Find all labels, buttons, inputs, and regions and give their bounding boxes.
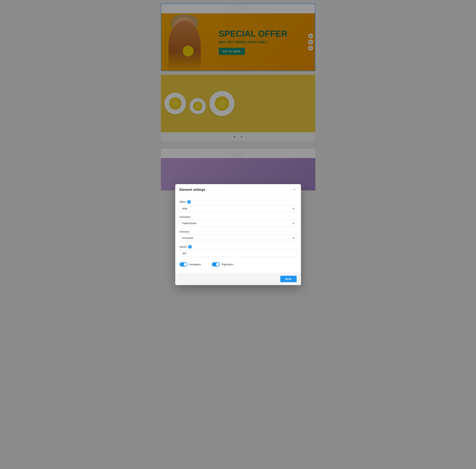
animation-select-wrapper: FadeInDown FadeInUp FadeInLeft FadeInRig… <box>180 220 297 227</box>
toggles-row: Navigation Pagination <box>180 260 297 268</box>
element-settings-modal: Element settings × Effect ? slide fade c… <box>175 184 301 285</box>
done-button[interactable]: Done <box>280 276 297 282</box>
navigation-toggle[interactable] <box>180 262 187 267</box>
speed-help-icon[interactable]: ? <box>188 245 192 249</box>
effect-help-icon[interactable]: ? <box>187 200 191 204</box>
modal-close-button[interactable]: × <box>292 188 297 192</box>
navigation-label: Navigation <box>189 263 201 266</box>
modal-header: Element settings × <box>175 184 301 196</box>
modal-overlay[interactable]: Element settings × Effect ? slide fade c… <box>0 0 476 469</box>
effect-select-wrapper: slide fade cube flip <box>180 205 297 212</box>
effect-group: Effect ? slide fade cube flip <box>180 200 297 212</box>
effect-select[interactable]: slide fade cube flip <box>180 205 297 212</box>
modal-footer: Done <box>175 273 301 285</box>
modal-title: Element settings <box>180 188 205 192</box>
animation-label-row: Animation <box>180 216 297 218</box>
speed-label: Speed <box>180 245 187 248</box>
modal-body: Effect ? slide fade cube flip Animation <box>175 196 301 273</box>
direction-select[interactable]: horizontal vertical <box>180 234 297 241</box>
speed-label-row: Speed ? <box>180 245 297 249</box>
direction-select-wrapper: horizontal vertical <box>180 234 297 241</box>
navigation-toggle-item: Navigation <box>180 262 201 267</box>
pagination-toggle-item: Pagination <box>212 262 233 267</box>
speed-group: Speed ? 300 <box>180 245 297 257</box>
direction-label: Direction <box>180 230 189 233</box>
direction-label-row: Direction <box>180 230 297 233</box>
effect-label: Effect <box>180 201 186 203</box>
speed-input[interactable]: 300 <box>180 250 297 257</box>
animation-group: Animation FadeInDown FadeInUp FadeInLeft… <box>180 216 297 227</box>
pagination-label: Pagination <box>222 263 233 266</box>
effect-label-row: Effect ? <box>180 200 297 204</box>
pagination-toggle[interactable] <box>212 262 220 267</box>
animation-label: Animation <box>180 216 191 218</box>
direction-group: Direction horizontal vertical <box>180 230 297 241</box>
animation-select[interactable]: FadeInDown FadeInUp FadeInLeft FadeInRig… <box>180 220 297 227</box>
